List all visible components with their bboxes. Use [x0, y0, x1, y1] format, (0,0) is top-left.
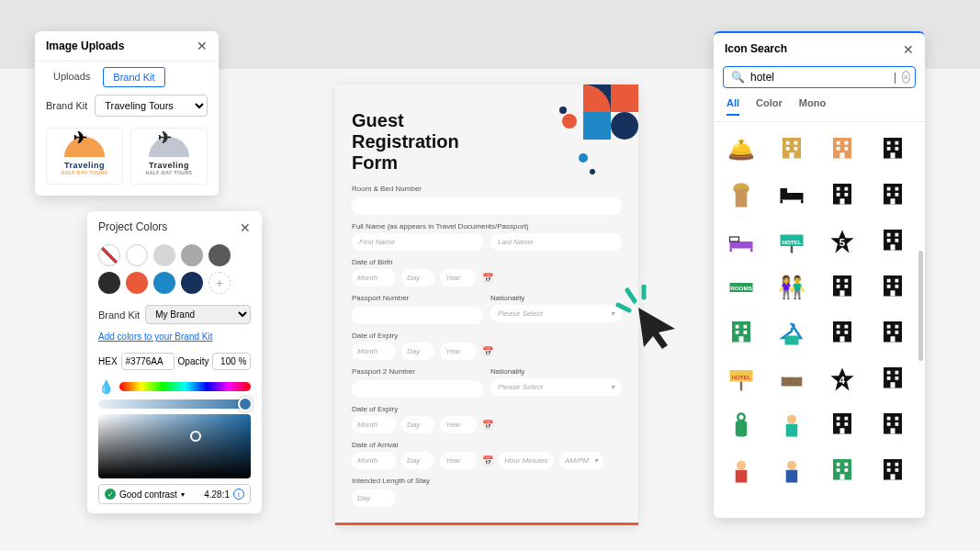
- search-input[interactable]: [750, 71, 888, 84]
- icon-hotel-sign-color[interactable]: HOTEL: [773, 223, 810, 260]
- svg-rect-116: [837, 422, 840, 426]
- icon-hotel-sign-yellow[interactable]: HOTEL: [723, 361, 760, 398]
- icon-hotel-mono-4[interactable]: [874, 223, 911, 260]
- passport2-input[interactable]: [352, 380, 483, 398]
- swatch[interactable]: [208, 244, 231, 266]
- room-input[interactable]: [352, 197, 622, 215]
- brand-logo-1[interactable]: ✈ Traveling HALF-DAY TOURS: [46, 128, 123, 185]
- brand-logo-2[interactable]: ✈ Traveling HALF-DAY TOURS: [130, 128, 208, 185]
- icon-do-not-disturb[interactable]: [723, 407, 760, 444]
- day-input[interactable]: [401, 416, 434, 433]
- swatch[interactable]: [181, 272, 203, 294]
- swatch[interactable]: [181, 244, 203, 266]
- icon-bellhop-blue[interactable]: [773, 453, 810, 489]
- icon-bellhop-color[interactable]: 🛎️: [723, 131, 760, 168]
- icon-hotel-building-color-2[interactable]: [824, 131, 861, 168]
- info-icon[interactable]: i: [233, 489, 244, 500]
- icon-hotel-mono[interactable]: [874, 131, 911, 168]
- icon-star-4[interactable]: 4: [824, 361, 861, 398]
- icon-bed-mono[interactable]: [773, 177, 810, 214]
- icon-hanger-color[interactable]: [773, 315, 810, 352]
- icon-star-5[interactable]: 5: [824, 223, 861, 260]
- year-input[interactable]: [440, 343, 477, 360]
- swatch-none[interactable]: [98, 244, 120, 266]
- swatch[interactable]: [153, 272, 175, 294]
- brand-kit-select[interactable]: My Brand: [145, 305, 251, 324]
- last-name-input[interactable]: [490, 233, 622, 251]
- icon-bed-color-2[interactable]: [773, 361, 810, 398]
- calendar-icon[interactable]: 📅: [482, 455, 493, 466]
- saturation-picker[interactable]: [98, 414, 251, 478]
- form-canvas[interactable]: GuestRegistrationForm Room & Bed Number …: [335, 84, 638, 525]
- svg-rect-71: [887, 278, 891, 282]
- month-input[interactable]: [352, 269, 396, 287]
- contrast-indicator[interactable]: ✓Good contrast▾ 4.28:1i: [98, 484, 251, 504]
- icon-couple-color[interactable]: 👫: [773, 269, 810, 306]
- icon-bed-color[interactable]: [723, 223, 760, 260]
- passport-input[interactable]: [352, 307, 483, 324]
- icon-hotel-mono-2[interactable]: [824, 177, 861, 214]
- icon-hotel-mono-11[interactable]: [874, 407, 911, 444]
- svg-rect-19: [845, 141, 849, 144]
- tab-all[interactable]: All: [727, 97, 739, 116]
- nationality-select[interactable]: Please Select▾: [490, 305, 622, 322]
- svg-rect-139: [896, 468, 899, 472]
- icon-hotel-mono-10[interactable]: [824, 407, 861, 444]
- icon-hotel-mono-6[interactable]: [874, 269, 911, 306]
- add-colors-link[interactable]: Add colors to your Brand Kit: [87, 328, 262, 349]
- hue-slider[interactable]: [119, 382, 251, 391]
- alpha-slider[interactable]: [98, 399, 251, 409]
- scrollbar[interactable]: [918, 251, 923, 361]
- year-input[interactable]: [440, 452, 477, 469]
- day-input[interactable]: [401, 343, 434, 360]
- tab-brand-kit[interactable]: Brand Kit: [103, 67, 164, 87]
- icon-hotel-mono-9[interactable]: [874, 361, 911, 398]
- swatch[interactable]: [153, 244, 175, 266]
- icon-hotel-mono-8[interactable]: [874, 315, 911, 352]
- icon-bellhop-red[interactable]: [723, 453, 760, 489]
- close-icon[interactable]: ✕: [240, 220, 251, 235]
- calendar-icon[interactable]: 📅: [482, 346, 493, 356]
- calendar-icon[interactable]: 📅: [482, 420, 493, 430]
- stay-input[interactable]: [352, 489, 396, 507]
- first-name-input[interactable]: [352, 233, 483, 251]
- icon-hotel-building-color[interactable]: [773, 131, 810, 168]
- brand-kit-select[interactable]: Traveling Tours: [95, 95, 208, 117]
- month-input[interactable]: [352, 452, 396, 469]
- icon-hotel-mono-12[interactable]: [874, 453, 911, 489]
- field-label: Date of Birth: [352, 258, 622, 266]
- ampm-select[interactable]: AM/PM▾: [559, 452, 603, 469]
- year-input[interactable]: [440, 269, 477, 287]
- close-icon[interactable]: ✕: [197, 39, 208, 53]
- swatch[interactable]: [126, 272, 148, 294]
- swatch[interactable]: [126, 244, 148, 266]
- opacity-input[interactable]: [212, 353, 251, 370]
- year-input[interactable]: [440, 416, 477, 433]
- eyedropper-icon[interactable]: 💧: [98, 379, 114, 394]
- icon-hotel-mono-3[interactable]: [874, 177, 911, 214]
- nationality-select[interactable]: Please Select▾: [490, 378, 622, 396]
- month-input[interactable]: [352, 416, 396, 433]
- chevron-down-icon: ▾: [181, 490, 185, 499]
- icon-hotel-mono-5[interactable]: [824, 269, 861, 306]
- month-input[interactable]: [352, 343, 396, 360]
- calendar-icon[interactable]: 📅: [482, 273, 493, 283]
- close-icon[interactable]: ✕: [903, 42, 914, 57]
- day-input[interactable]: [401, 452, 434, 469]
- swatch-add[interactable]: +: [208, 272, 231, 294]
- hex-input[interactable]: [121, 353, 175, 370]
- tab-mono[interactable]: Mono: [799, 97, 826, 116]
- tab-uploads[interactable]: Uploads: [44, 67, 99, 87]
- hour-input[interactable]: [499, 452, 554, 469]
- icon-hotel-green[interactable]: [723, 315, 760, 352]
- tab-color[interactable]: Color: [756, 97, 783, 116]
- clear-icon[interactable]: ✕: [902, 71, 910, 84]
- icon-bellhop-green[interactable]: [773, 407, 810, 444]
- icon-rooms-sign[interactable]: ROOMS: [723, 269, 760, 306]
- icon-hotel-green-2[interactable]: [824, 453, 861, 489]
- icon-hotel-mono-7[interactable]: [824, 315, 861, 352]
- day-input[interactable]: [401, 269, 434, 287]
- icon-door-color[interactable]: [723, 177, 760, 214]
- swatch[interactable]: [98, 272, 120, 294]
- search-field[interactable]: 🔍 | ✕: [723, 66, 916, 88]
